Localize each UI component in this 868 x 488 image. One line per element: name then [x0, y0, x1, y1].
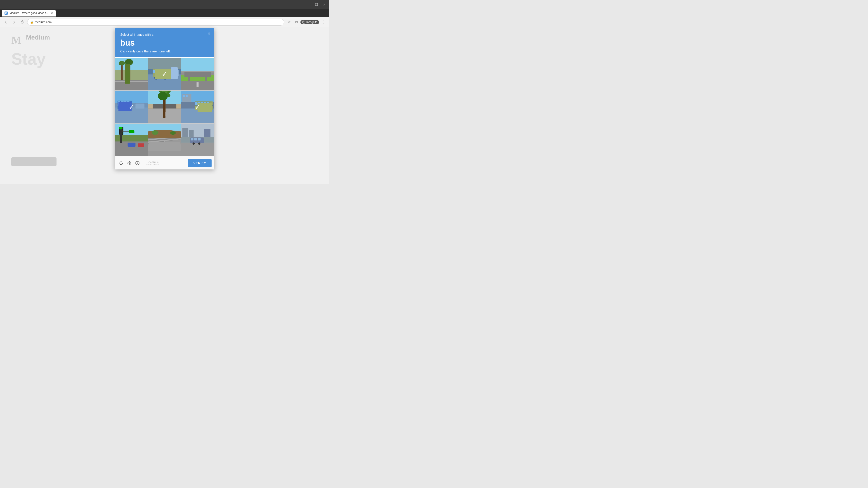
svg-rect-107: [182, 128, 188, 137]
svg-rect-7: [121, 63, 123, 80]
grid-image-6: [181, 91, 214, 123]
svg-point-47: [120, 109, 122, 110]
svg-rect-25: [172, 70, 175, 73]
svg-rect-81: [183, 95, 185, 97]
new-tab-button[interactable]: +: [56, 10, 62, 16]
svg-point-49: [128, 109, 130, 110]
tab-title: Medium – Where good ideas fi...: [9, 11, 49, 15]
svg-rect-3: [115, 70, 148, 81]
grid-cell-9[interactable]: [181, 124, 214, 156]
svg-rect-14: [153, 69, 170, 77]
svg-rect-18: [159, 70, 160, 73]
svg-point-114: [193, 142, 195, 144]
svg-rect-61: [148, 104, 153, 109]
grid-cell-1[interactable]: [115, 58, 148, 90]
grid-cell-2[interactable]: [148, 58, 181, 90]
browser-menu-button[interactable]: ⋮: [320, 19, 327, 25]
minimize-button[interactable]: —: [306, 1, 312, 8]
svg-rect-113: [198, 138, 200, 140]
svg-rect-5: [128, 62, 130, 80]
audio-challenge-button[interactable]: [126, 160, 133, 167]
help-button[interactable]: i: [134, 160, 141, 167]
recaptcha-overlay: Select all images with a bus Click verif…: [0, 27, 329, 184]
svg-rect-70: [195, 102, 197, 105]
svg-point-0: [303, 21, 305, 24]
browser-toolbar: 🔒 medium.com ☆ ⧉ Incognito ⋮: [0, 17, 329, 27]
grid-cell-5[interactable]: [148, 91, 181, 123]
svg-point-101: [152, 130, 158, 135]
svg-point-20: [154, 76, 158, 79]
toolbar-actions: ☆ ⧉ Incognito ⋮: [286, 19, 327, 25]
svg-point-6: [125, 59, 133, 65]
active-tab[interactable]: M Medium – Where good ideas fi... ✕: [2, 10, 56, 17]
grid-image-4: [115, 91, 148, 123]
forward-button[interactable]: [11, 19, 17, 25]
svg-rect-75: [195, 105, 213, 106]
svg-point-89: [120, 127, 123, 130]
svg-rect-38: [115, 107, 148, 123]
recaptcha-footer: i reCAPTCHA Privacy - Terms VERIFY: [115, 157, 214, 169]
svg-point-102: [170, 131, 176, 135]
svg-point-22: [163, 76, 167, 79]
svg-rect-42: [121, 101, 124, 105]
incognito-label: Incognito: [306, 21, 317, 24]
svg-rect-41: [118, 101, 120, 105]
grid-cell-3[interactable]: [181, 58, 214, 90]
svg-rect-11: [148, 58, 181, 69]
lock-icon: 🔒: [30, 21, 33, 24]
svg-rect-32: [188, 74, 190, 81]
recaptcha-close-button[interactable]: ✕: [206, 31, 212, 36]
recaptcha-branding: reCAPTCHA Privacy - Terms: [147, 161, 159, 165]
grid-image-7: →: [115, 124, 148, 156]
grid-image-3: [181, 58, 214, 90]
svg-rect-55: [163, 92, 166, 112]
svg-text:→: →: [131, 131, 132, 133]
reload-button[interactable]: [19, 19, 25, 25]
svg-rect-45: [118, 105, 132, 106]
recaptcha-subject: bus: [120, 38, 209, 48]
svg-rect-34: [197, 82, 199, 87]
reload-challenge-button[interactable]: [118, 160, 125, 167]
url-text: medium.com: [35, 20, 52, 24]
svg-rect-33: [205, 74, 207, 81]
svg-point-48: [128, 108, 131, 111]
svg-text:i: i: [137, 162, 138, 164]
svg-rect-111: [191, 138, 193, 140]
grid-image-9: [181, 124, 214, 156]
back-button[interactable]: [3, 19, 9, 25]
grid-image-8: [148, 124, 181, 156]
bookmark-star-button[interactable]: ☆: [286, 19, 292, 25]
svg-rect-88: [119, 127, 123, 135]
svg-point-8: [119, 61, 125, 66]
svg-rect-9: [115, 81, 148, 82]
svg-point-78: [207, 109, 210, 112]
recaptcha-header: Select all images with a bus Click verif…: [115, 28, 214, 57]
svg-rect-82: [186, 95, 188, 97]
recaptcha-sub-instruction: Click verify once there are none left.: [120, 50, 209, 53]
close-window-button[interactable]: ✕: [321, 1, 327, 8]
svg-rect-53: [148, 104, 181, 109]
svg-rect-24: [172, 70, 179, 76]
browser-view-button[interactable]: ⧉: [293, 19, 300, 25]
svg-point-46: [119, 108, 123, 111]
svg-point-79: [207, 109, 209, 111]
verify-button[interactable]: VERIFY: [188, 159, 212, 167]
tab-close-button[interactable]: ✕: [51, 11, 53, 15]
svg-rect-106: [181, 142, 214, 156]
svg-rect-74: [207, 102, 209, 105]
grid-image-2: [148, 58, 181, 90]
grid-cell-6[interactable]: [181, 91, 214, 123]
grid-cell-7[interactable]: →: [115, 124, 148, 156]
grid-image-1: [115, 58, 148, 90]
maximize-button[interactable]: ❐: [313, 1, 320, 8]
svg-rect-44: [127, 101, 129, 105]
svg-rect-28: [181, 74, 214, 81]
address-bar[interactable]: 🔒 medium.com: [27, 19, 284, 26]
grid-cell-8[interactable]: recaptcha challenge expires in two minut…: [148, 124, 181, 156]
svg-rect-112: [194, 138, 197, 140]
svg-rect-19: [161, 70, 163, 73]
recaptcha-image-grid: →: [115, 58, 214, 156]
svg-point-76: [197, 109, 201, 112]
grid-cell-4[interactable]: [115, 91, 148, 123]
svg-rect-95: [128, 142, 135, 147]
